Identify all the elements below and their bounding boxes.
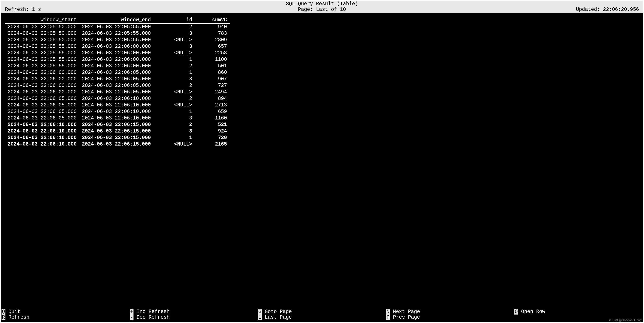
- table-row[interactable]: 2024-06-03 22:06:05.0002024-06-03 22:06:…: [5, 95, 230, 102]
- key-goto-label: Goto Page: [265, 309, 292, 315]
- cell-window-end: 2024-06-03 22:06:05.000: [79, 82, 153, 89]
- cell-id: 3: [154, 115, 195, 121]
- key-quit-label: Quit: [8, 309, 20, 315]
- cell-sumvc: 907: [195, 76, 230, 82]
- cell-id: 2: [154, 82, 195, 89]
- key-inc-refresh[interactable]: + Inc Refresh: [130, 309, 258, 315]
- key-l: L: [258, 315, 262, 320]
- cell-sumvc: 860: [195, 69, 230, 76]
- table-row[interactable]: 2024-06-03 22:05:55.0002024-06-03 22:06:…: [5, 63, 230, 69]
- cell-id: 3: [154, 128, 195, 134]
- table-row[interactable]: 2024-06-03 22:06:00.0002024-06-03 22:06:…: [5, 69, 230, 76]
- key-dec-refresh[interactable]: - Dec Refresh: [130, 315, 258, 320]
- key-open-row[interactable]: O Open Row: [514, 309, 642, 315]
- key-next-label: Next Page: [393, 309, 420, 315]
- table-row[interactable]: 2024-06-03 22:05:55.0002024-06-03 22:06:…: [5, 56, 230, 63]
- table-row[interactable]: 2024-06-03 22:06:10.0002024-06-03 22:06:…: [5, 134, 230, 141]
- cell-id: <NULL>: [154, 102, 195, 108]
- key-plus: +: [130, 309, 134, 315]
- cell-window-end: 2024-06-03 22:06:05.000: [79, 76, 153, 82]
- table-body: 2024-06-03 22:05:50.0002024-06-03 22:05:…: [5, 23, 230, 147]
- key-p: P: [386, 315, 390, 320]
- key-refresh[interactable]: R Refresh: [2, 315, 130, 320]
- cell-id: 3: [154, 30, 195, 37]
- cell-sumvc: 783: [195, 30, 230, 37]
- updated-status: Updated: 22:06:20.956: [576, 7, 639, 12]
- cell-window-end: 2024-06-03 22:06:10.000: [79, 115, 153, 121]
- table-row[interactable]: 2024-06-03 22:05:50.0002024-06-03 22:05:…: [5, 30, 230, 37]
- column-window-start[interactable]: window_start: [5, 17, 79, 23]
- cell-window-start: 2024-06-03 22:05:55.000: [5, 63, 79, 69]
- cell-window-end: 2024-06-03 22:05:55.000: [79, 30, 153, 37]
- cell-window-start: 2024-06-03 22:06:10.000: [5, 128, 79, 134]
- cell-id: 3: [154, 76, 195, 82]
- table-row[interactable]: 2024-06-03 22:05:50.0002024-06-03 22:05:…: [5, 37, 230, 43]
- key-last-label: Last Page: [265, 315, 292, 320]
- cell-window-end: 2024-06-03 22:06:15.000: [79, 121, 153, 128]
- cell-window-start: 2024-06-03 22:05:55.000: [5, 56, 79, 63]
- table-row[interactable]: 2024-06-03 22:05:50.0002024-06-03 22:05:…: [5, 23, 230, 30]
- cell-window-start: 2024-06-03 22:06:05.000: [5, 108, 79, 115]
- footer-keybindings: Q Quit + Inc Refresh G Goto Page N Next …: [1, 309, 643, 320]
- cell-sumvc: 2713: [195, 102, 230, 108]
- refresh-status: Refresh: 1 s: [5, 7, 41, 12]
- table-row[interactable]: 2024-06-03 22:06:00.0002024-06-03 22:06:…: [5, 76, 230, 82]
- cell-window-end: 2024-06-03 22:06:00.000: [79, 43, 153, 50]
- cell-window-start: 2024-06-03 22:06:05.000: [5, 115, 79, 121]
- table-row[interactable]: 2024-06-03 22:06:10.0002024-06-03 22:06:…: [5, 128, 230, 134]
- cell-id: 2: [154, 95, 195, 102]
- key-refresh-label: Refresh: [8, 315, 30, 320]
- cell-id: 1: [154, 69, 195, 76]
- table-row[interactable]: 2024-06-03 22:06:05.0002024-06-03 22:06:…: [5, 102, 230, 108]
- table-row[interactable]: 2024-06-03 22:06:00.0002024-06-03 22:06:…: [5, 89, 230, 95]
- cell-window-end: 2024-06-03 22:06:15.000: [79, 141, 153, 147]
- cell-window-start: 2024-06-03 22:06:05.000: [5, 102, 79, 108]
- cell-window-end: 2024-06-03 22:06:10.000: [79, 102, 153, 108]
- key-r: R: [2, 315, 6, 320]
- cell-window-start: 2024-06-03 22:06:00.000: [5, 89, 79, 95]
- cell-id: 2: [154, 121, 195, 128]
- cell-window-end: 2024-06-03 22:06:15.000: [79, 134, 153, 141]
- cell-sumvc: 657: [195, 43, 230, 50]
- column-sumvc[interactable]: sumVC: [195, 17, 230, 23]
- key-dec-label: Dec Refresh: [136, 315, 170, 320]
- watermark: CSDN @Hadoop_Liang: [609, 319, 642, 322]
- cell-window-start: 2024-06-03 22:06:10.000: [5, 134, 79, 141]
- cell-sumvc: 720: [195, 134, 230, 141]
- column-window-end[interactable]: window_end: [79, 17, 153, 23]
- header-status-row: Refresh: 1 s Page: Last of 10 Updated: 2…: [1, 7, 643, 12]
- key-last-page[interactable]: L Last Page: [258, 315, 386, 320]
- key-next-page[interactable]: N Next Page: [386, 309, 514, 315]
- cell-id: 1: [154, 108, 195, 115]
- table-row[interactable]: 2024-06-03 22:06:10.0002024-06-03 22:06:…: [5, 141, 230, 147]
- cell-window-start: 2024-06-03 22:05:55.000: [5, 43, 79, 50]
- cell-id: 3: [154, 43, 195, 50]
- key-prev-page[interactable]: P Prev Page: [386, 315, 514, 320]
- cell-id: 1: [154, 134, 195, 141]
- cell-sumvc: 1100: [195, 56, 230, 63]
- cell-id: 1: [154, 56, 195, 63]
- table-row[interactable]: 2024-06-03 22:06:05.0002024-06-03 22:06:…: [5, 108, 230, 115]
- column-id[interactable]: id: [154, 17, 195, 23]
- cell-sumvc: 894: [195, 95, 230, 102]
- table-row[interactable]: 2024-06-03 22:06:10.0002024-06-03 22:06:…: [5, 121, 230, 128]
- key-o: O: [514, 309, 518, 315]
- table-row[interactable]: 2024-06-03 22:06:00.0002024-06-03 22:06:…: [5, 82, 230, 89]
- key-quit[interactable]: Q Quit: [2, 309, 130, 315]
- cell-sumvc: 940: [195, 23, 230, 30]
- cell-id: <NULL>: [154, 37, 195, 43]
- table-row[interactable]: 2024-06-03 22:05:55.0002024-06-03 22:06:…: [5, 43, 230, 50]
- key-q: Q: [2, 309, 6, 315]
- cell-window-end: 2024-06-03 22:06:15.000: [79, 128, 153, 134]
- result-table: window_start window_end id sumVC 2024-06…: [5, 17, 230, 147]
- cell-window-start: 2024-06-03 22:05:55.000: [5, 50, 79, 56]
- table-row[interactable]: 2024-06-03 22:06:05.0002024-06-03 22:06:…: [5, 115, 230, 121]
- key-n: N: [386, 309, 390, 315]
- cell-sumvc: 2494: [195, 89, 230, 95]
- cell-window-end: 2024-06-03 22:06:05.000: [79, 89, 153, 95]
- cell-window-start: 2024-06-03 22:06:10.000: [5, 141, 79, 147]
- key-goto-page[interactable]: G Goto Page: [258, 309, 386, 315]
- cell-window-end: 2024-06-03 22:05:55.000: [79, 23, 153, 30]
- cell-id: 2: [154, 63, 195, 69]
- table-row[interactable]: 2024-06-03 22:05:55.0002024-06-03 22:06:…: [5, 50, 230, 56]
